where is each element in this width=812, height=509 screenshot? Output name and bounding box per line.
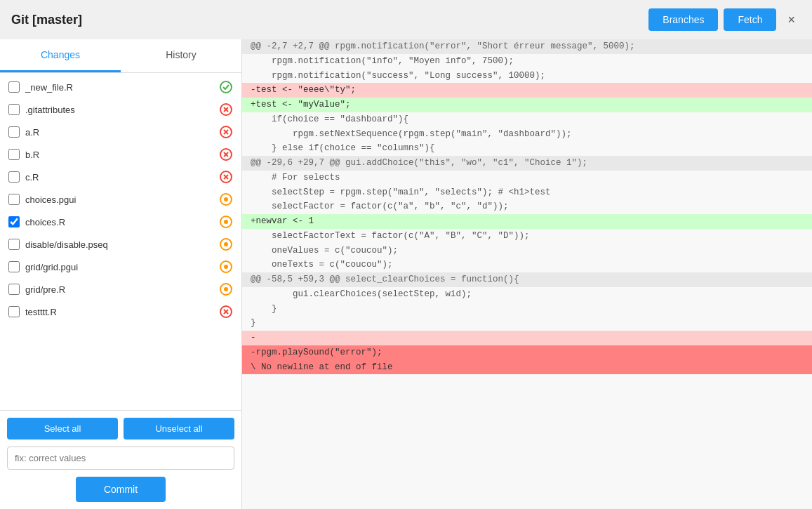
file-item: testttt.R (0, 300, 241, 323)
file-name: b.R (25, 150, 213, 160)
commit-message-input[interactable] (7, 447, 234, 470)
file-item: _new_file.R (0, 76, 241, 98)
svg-point-20 (224, 265, 228, 269)
file-checkbox[interactable] (8, 149, 20, 160)
file-item: choices.pgui (0, 188, 241, 211)
diff-line: selectFactorText = factor(c("A", "B", "C… (242, 229, 812, 244)
close-button[interactable]: × (782, 10, 801, 30)
diff-line: -rpgm.playSound("error"); (242, 345, 812, 360)
file-name: _new_file.R (25, 82, 213, 93)
file-checkbox[interactable] (8, 306, 20, 317)
main-content: Changes History _new_file.R.gitattribute… (0, 39, 812, 509)
file-name: choices.R (25, 217, 213, 227)
file-status-icon (219, 170, 233, 184)
file-item: a.R (0, 121, 241, 143)
file-checkbox[interactable] (8, 216, 20, 227)
file-status-icon (219, 282, 233, 296)
file-checkbox[interactable] (8, 171, 20, 183)
file-status-icon (219, 237, 233, 251)
svg-point-0 (220, 81, 232, 93)
diff-line: @@ -58,5 +59,3 @@ select_clearChoices = … (242, 272, 812, 287)
diff-line: -test <- "eeee\"ty"; (242, 83, 812, 98)
file-item: c.R (0, 166, 241, 188)
file-item: b.R (0, 143, 241, 166)
file-checkbox[interactable] (8, 81, 20, 93)
file-checkbox[interactable] (8, 104, 20, 115)
file-status-icon (219, 215, 233, 229)
file-item: disable/disable.pseq (0, 233, 241, 256)
diff-line: rpgm.setNextSequence(rpgm.step("main", "… (242, 127, 812, 142)
select-all-button[interactable]: Select all (7, 418, 118, 439)
app-title: Git [master] (11, 13, 82, 27)
file-checkbox[interactable] (8, 126, 20, 138)
diff-line: @@ -29,6 +29,7 @@ gui.addChoice("this", … (242, 156, 812, 171)
file-name: testttt.R (25, 307, 213, 317)
diff-line: oneTexts = c("coucou"); (242, 258, 812, 272)
branches-button[interactable]: Branches (648, 8, 718, 31)
file-name: c.R (25, 172, 213, 183)
file-item: grid/grid.pgui (0, 256, 241, 278)
file-status-icon (219, 103, 233, 117)
file-name: disable/disable.pseq (25, 239, 213, 250)
file-checkbox[interactable] (8, 261, 20, 272)
diff-line: if(choice == "dashboard"){ (242, 112, 812, 127)
bottom-panel: Select all Unselect all Commit (0, 410, 241, 509)
diff-line: rpgm.notification("success", "Long succe… (242, 69, 812, 84)
diff-line: selectStep = rpgm.step("main", "selects"… (242, 185, 812, 200)
diff-line: gui.clearChoices(selectStep, wid); (242, 287, 812, 302)
commit-button-wrapper: Commit (7, 477, 234, 502)
commit-button[interactable]: Commit (76, 477, 166, 502)
fetch-button[interactable]: Fetch (724, 8, 776, 31)
file-item: .gitattributes (0, 98, 241, 121)
file-status-icon (219, 260, 233, 274)
diff-line: rpgm.notification("info", "Moyen info", … (242, 54, 812, 69)
diff-line: \ No newline at end of file (242, 360, 812, 375)
tabs-bar: Changes History (0, 39, 241, 73)
title-bar-left: Git [master] (11, 13, 82, 27)
svg-point-18 (224, 242, 228, 246)
left-panel: Changes History _new_file.R.gitattribute… (0, 39, 242, 509)
svg-point-22 (224, 287, 228, 291)
diff-line: selectFactor = factor(c("a", "b", "c", "… (242, 199, 812, 214)
file-checkbox[interactable] (8, 194, 20, 205)
file-name: a.R (25, 127, 213, 138)
diff-line: } (242, 316, 812, 331)
file-checkbox[interactable] (8, 239, 20, 250)
file-name: .gitattributes (25, 105, 213, 115)
file-item: choices.R (0, 211, 241, 233)
file-name: choices.pgui (25, 194, 213, 205)
svg-point-16 (224, 220, 228, 224)
diff-line: # For selects (242, 171, 812, 185)
diff-line: @@ -2,7 +2,7 @@ rpgm.notification("error… (242, 39, 812, 54)
diff-panel: @@ -2,7 +2,7 @@ rpgm.notification("error… (242, 39, 812, 509)
file-item: grid/pre.R (0, 278, 241, 300)
diff-line: +newvar <- 1 (242, 214, 812, 229)
diff-line: } (242, 302, 812, 317)
file-checkbox[interactable] (8, 284, 20, 295)
file-status-icon (219, 125, 233, 139)
file-name: grid/pre.R (25, 284, 213, 295)
unselect-all-button[interactable]: Unselect all (124, 418, 234, 439)
diff-line: oneValues = c("coucou"); (242, 244, 812, 258)
file-status-icon (219, 305, 233, 319)
tab-history[interactable]: History (121, 39, 241, 72)
diff-line: - (242, 331, 812, 345)
file-status-icon (219, 147, 233, 161)
tab-changes[interactable]: Changes (0, 39, 121, 72)
title-bar-right: Branches Fetch × (648, 8, 801, 31)
file-name: grid/grid.pgui (25, 262, 213, 272)
bottom-buttons: Select all Unselect all (7, 418, 234, 439)
file-list: _new_file.R.gitattributesa.Rb.Rc.Rchoice… (0, 73, 241, 410)
app-window: Git [master] Branches Fetch × Changes Hi… (0, 0, 812, 509)
diff-line: +test <- "myValue"; (242, 98, 812, 112)
file-status-icon (219, 80, 233, 94)
title-bar: Git [master] Branches Fetch × (0, 0, 812, 39)
diff-line: } else if(choice == "columns"){ (242, 141, 812, 156)
file-status-icon (219, 192, 233, 206)
svg-point-14 (224, 197, 228, 201)
